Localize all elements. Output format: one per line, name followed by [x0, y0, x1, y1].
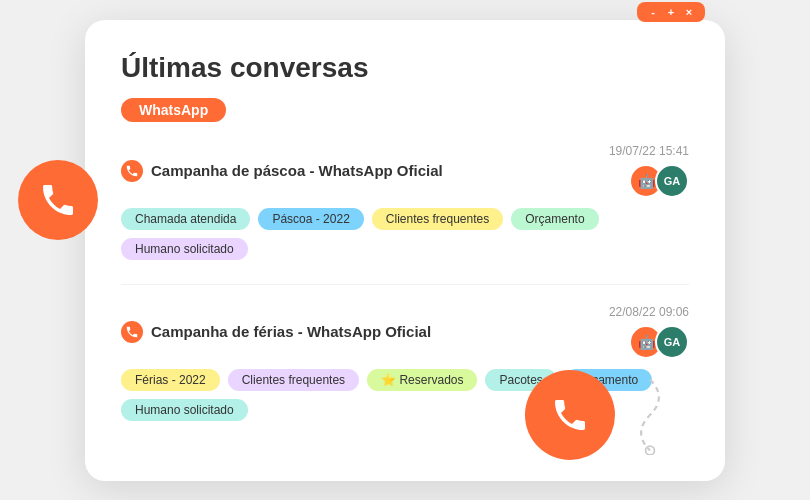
meta-row-1: 19/07/22 15:41 🤖 GA	[609, 144, 689, 198]
conversation-header-2: Campanha de férias - WhatsApp Oficial 22…	[121, 305, 689, 359]
tags-row-1: Chamada atendida Páscoa - 2022 Clientes …	[121, 208, 689, 260]
tag-clientes-frequentes-2[interactable]: Clientes frequentes	[228, 369, 359, 391]
minimize-button[interactable]: -	[647, 6, 659, 18]
conversation-title-1: Campanha de páscoa - WhatsApp Oficial	[151, 162, 443, 179]
avatars-1: 🤖 GA	[629, 164, 689, 198]
phone-icon-bottom	[550, 395, 590, 435]
conversation-title-2: Campanha de férias - WhatsApp Oficial	[151, 323, 431, 340]
tag-ferias-2022[interactable]: Férias - 2022	[121, 369, 220, 391]
maximize-button[interactable]: +	[665, 6, 677, 18]
tag-humano-solicitado-1[interactable]: Humano solicitado	[121, 238, 248, 260]
conversation-title-row-2: Campanha de férias - WhatsApp Oficial	[121, 321, 431, 343]
meta-row-2: 22/08/22 09:06 🤖 GA	[609, 305, 689, 359]
window-controls: - + ×	[637, 2, 705, 22]
phone-icon-1	[121, 160, 143, 182]
deco-phone-bottom	[525, 370, 615, 460]
conversation-date-1: 19/07/22 15:41	[609, 144, 689, 158]
divider	[121, 284, 689, 285]
phone-svg-1	[125, 164, 139, 178]
avatars-2: 🤖 GA	[629, 325, 689, 359]
tag-reservados[interactable]: ⭐ Reservados	[367, 369, 477, 391]
conversation-date-2: 22/08/22 09:06	[609, 305, 689, 319]
whatsapp-filter-badge[interactable]: WhatsApp	[121, 98, 226, 122]
phone-svg-2	[125, 325, 139, 339]
deco-phone-left	[18, 160, 98, 240]
avatar-ga-2: GA	[655, 325, 689, 359]
tag-chamada-atendida[interactable]: Chamada atendida	[121, 208, 250, 230]
conversation-header-1: Campanha de páscoa - WhatsApp Oficial 19…	[121, 144, 689, 198]
conversation-item-1: Campanha de páscoa - WhatsApp Oficial 19…	[121, 144, 689, 260]
tag-clientes-frequentes-1[interactable]: Clientes frequentes	[372, 208, 503, 230]
avatar-ga-1: GA	[655, 164, 689, 198]
tag-pascoa-2022[interactable]: Páscoa - 2022	[258, 208, 363, 230]
tag-orcamento-1[interactable]: Orçamento	[511, 208, 598, 230]
tag-humano-solicitado-2[interactable]: Humano solicitado	[121, 399, 248, 421]
conversation-title-row-1: Campanha de páscoa - WhatsApp Oficial	[121, 160, 443, 182]
phone-icon-2	[121, 321, 143, 343]
phone-icon-left	[38, 180, 78, 220]
close-button[interactable]: ×	[683, 6, 695, 18]
deco-squiggle	[620, 375, 680, 455]
page-title: Últimas conversas	[121, 52, 689, 84]
